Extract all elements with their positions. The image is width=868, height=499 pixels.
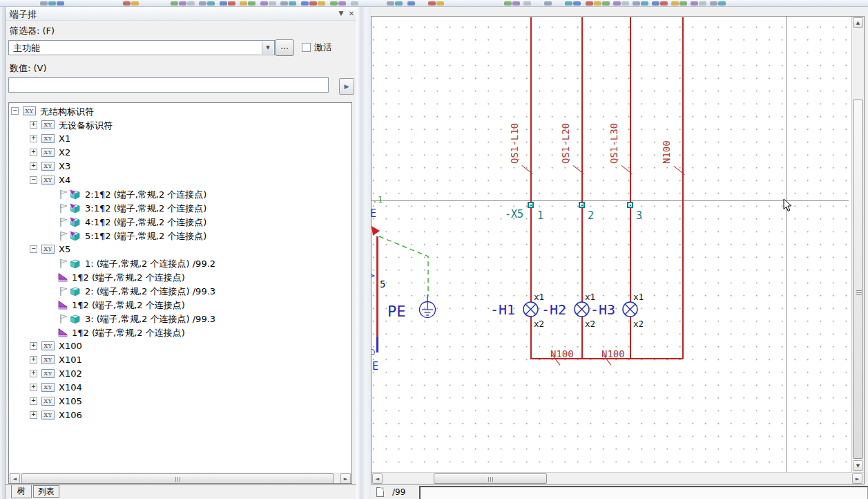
toolbar-icon-fragment[interactable]	[240, 1, 247, 6]
toolbar-icon-fragment[interactable]	[220, 1, 227, 6]
expand-icon[interactable]: +	[30, 356, 37, 364]
toolbar-icon-fragment[interactable]	[179, 1, 186, 6]
toolbar-icon-fragment[interactable]	[301, 1, 309, 6]
toolbar-icon-fragment[interactable]	[318, 1, 325, 6]
lamp-label[interactable]: -H3	[590, 301, 615, 318]
tree-item-label[interactable]: 2:1¶2 (端子,常规,2 个连接点)	[85, 189, 206, 201]
tree-item-label[interactable]: X5	[59, 244, 70, 254]
scroll-right-icon[interactable]: ►	[340, 473, 351, 484]
tree-item[interactable]: +XYX101	[9, 353, 351, 367]
toolbar-icon-fragment[interactable]	[260, 1, 268, 6]
panel-splitter[interactable]	[356, 7, 371, 499]
tree-item-label[interactable]: 1¶2 (端子,常规,2 个连接点)	[72, 272, 185, 284]
expand-icon[interactable]: +	[30, 135, 37, 142]
expand-icon[interactable]: +	[30, 342, 37, 350]
tree-item[interactable]: 1¶2 (端子,常规,2 个连接点)	[9, 270, 351, 284]
tree-item-label[interactable]: X1	[59, 133, 70, 144]
tab-list[interactable]: 列表	[33, 485, 59, 498]
lamp-symbol[interactable]	[572, 300, 591, 319]
terminal-tree[interactable]: −XY无结构标识符+XY无设备标识符+XYX1+XYX2+XYX3−XYX42:…	[8, 102, 352, 484]
terminal-point[interactable]	[528, 202, 534, 208]
toolbar-icon-fragment[interactable]	[523, 1, 531, 6]
expand-icon[interactable]: +	[30, 370, 37, 377]
tree-item[interactable]: 2: (端子,常规,2 个连接点) /99.3	[9, 284, 351, 298]
tree-item-label[interactable]: X3	[59, 161, 70, 171]
toolbar-icon-fragment[interactable]	[338, 1, 346, 6]
tree-item-label[interactable]: X104	[59, 382, 82, 393]
toolbar-icon-fragment[interactable]	[633, 1, 640, 6]
toolbar-icon-fragment[interactable]	[269, 1, 276, 6]
tree-item[interactable]: 1: (端子,常规,2 个连接点) /99.2	[9, 256, 351, 270]
toolbar-icon-fragment[interactable]	[602, 1, 610, 6]
tree-item-label[interactable]: X101	[59, 355, 82, 365]
tree-h-scrollbar[interactable]: ◄ ►	[9, 473, 351, 484]
toolbar-icon-fragment[interactable]	[171, 1, 178, 6]
expand-icon[interactable]: +	[30, 149, 37, 156]
tree-item[interactable]: +XYX1	[9, 132, 351, 146]
toolbar-icon-fragment[interactable]	[652, 1, 659, 6]
terminal-number[interactable]: 1	[537, 209, 543, 222]
tree-item[interactable]: 1¶2 (端子,常规,2 个连接点)	[9, 326, 351, 339]
tree-item-label[interactable]: X100	[59, 341, 82, 351]
terminal-number[interactable]: 2	[588, 209, 594, 222]
toolbar-icon-fragment[interactable]	[613, 1, 621, 6]
toolbar-icon-fragment[interactable]	[679, 1, 687, 6]
toolbar-icon-fragment[interactable]	[228, 1, 235, 6]
tree-item-label[interactable]: 3:1¶2 (端子,常规,2 个连接点)	[85, 203, 206, 215]
toolbar-icon-fragment[interactable]	[199, 1, 206, 6]
toolbar-icon-fragment[interactable]	[395, 1, 403, 6]
toolbar-icon-fragment[interactable]	[40, 1, 48, 6]
tree-item[interactable]: 1¶2 (端子,常规,2 个连接点)	[9, 298, 351, 312]
value-input[interactable]	[8, 77, 329, 93]
tree-item-label[interactable]: 2: (端子,常规,2 个连接点) /99.3	[85, 285, 215, 298]
toolbar-icon-fragment[interactable]	[565, 1, 572, 6]
lamp-label[interactable]: -H1	[490, 301, 515, 318]
tree-item-label[interactable]: X102	[59, 368, 82, 379]
toolbar-icon-fragment[interactable]	[544, 1, 552, 6]
wire-label[interactable]: QS1-L20	[560, 123, 571, 164]
terminal-strip-label[interactable]: -X5	[505, 208, 523, 220]
toolbar-icon-fragment[interactable]	[641, 1, 648, 6]
toolbar-icon-fragment[interactable]	[123, 1, 131, 6]
tree-item-label[interactable]: 1: (端子,常规,2 个连接点) /99.2	[85, 258, 215, 270]
tree-item-label[interactable]: 3: (端子,常规,2 个连接点) /99.3	[85, 313, 215, 326]
tree-item-label[interactable]: 5:1¶2 (端子,常规,2 个连接点)	[85, 230, 206, 243]
toolbar-icon-fragment[interactable]	[330, 1, 338, 6]
tree-item[interactable]: +XY无设备标识符	[9, 118, 351, 132]
pe-dashed-wire[interactable]	[372, 224, 441, 307]
tab-tree[interactable]: 树	[11, 485, 32, 498]
tree-item[interactable]: 4:1¶2 (端子,常规,2 个连接点)	[9, 215, 351, 229]
tree-item-label[interactable]: 无结构标识符	[40, 106, 94, 118]
sheet-tab-strip[interactable]	[419, 486, 868, 499]
tree-item[interactable]: +XYX105	[9, 395, 351, 408]
canvas-h-scrollbar[interactable]: ◄ ►	[372, 472, 864, 484]
toolbar-icon-fragment[interactable]	[594, 1, 601, 6]
toolbar-icon-fragment[interactable]	[131, 1, 139, 6]
toolbar-icon-fragment[interactable]	[407, 1, 415, 6]
collapse-icon[interactable]: −	[11, 107, 19, 115]
canvas-h-scroll-thumb[interactable]	[434, 473, 547, 484]
toolbar-icon-fragment[interactable]	[660, 1, 668, 6]
canvas-v-scroll-thumb[interactable]	[853, 100, 863, 459]
tree-item-label[interactable]: X106	[59, 410, 82, 420]
close-icon[interactable]: ✕	[347, 9, 356, 19]
toolbar-icon-fragment[interactable]	[248, 1, 255, 6]
toolbar-icon-fragment[interactable]	[187, 1, 195, 6]
canvas-v-scrollbar[interactable]: ▲ ▼	[851, 17, 864, 472]
scroll-left-icon[interactable]: ◄	[10, 473, 20, 484]
toolbar-icon-fragment[interactable]	[573, 1, 581, 6]
toolbar-icon-fragment[interactable]	[207, 1, 215, 6]
toolbar-icon-fragment[interactable]	[387, 1, 394, 6]
chevron-down-icon[interactable]: ▼	[262, 41, 273, 54]
scroll-down-icon[interactable]: ▼	[853, 460, 863, 471]
terminal-point[interactable]	[579, 202, 585, 208]
tree-item-label[interactable]: X2	[59, 147, 70, 158]
scroll-right-icon[interactable]: ►	[852, 473, 862, 484]
lamp-symbol[interactable]	[521, 300, 540, 319]
tree-item[interactable]: 3: (端子,常规,2 个连接点) /99.3	[9, 312, 351, 326]
collapse-icon[interactable]: −	[30, 245, 37, 253]
expand-icon[interactable]: +	[30, 121, 37, 129]
tree-item[interactable]: −XYX4	[9, 173, 351, 187]
tree-item[interactable]: +XYX100	[9, 339, 351, 353]
tree-item-label[interactable]: 4:1¶2 (端子,常规,2 个连接点)	[85, 216, 206, 229]
